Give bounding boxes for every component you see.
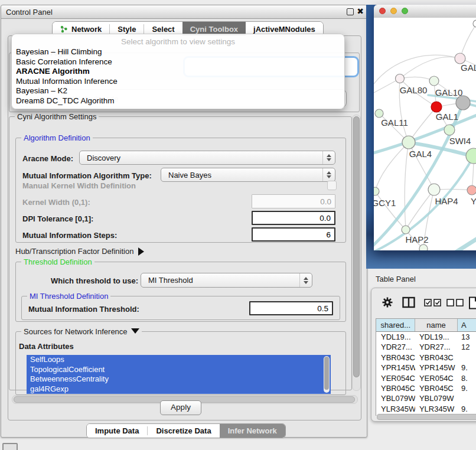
network-edge-highlighted[interactable]	[444, 220, 476, 250]
network-edge[interactable]	[405, 142, 409, 230]
table-cell[interactable]	[458, 393, 476, 403]
table-cell[interactable]: YDL19...	[376, 332, 415, 342]
network-edge[interactable]	[400, 77, 434, 81]
collapse-down-icon[interactable]	[131, 328, 139, 334]
close-traffic-light-icon[interactable]	[379, 8, 386, 14]
kernel-width-field[interactable]	[252, 194, 335, 208]
dropdown-item[interactable]: Basic Correlation Inference	[15, 57, 341, 67]
attribute-item[interactable]: SelfLoops	[27, 355, 331, 365]
network-node[interactable]	[419, 244, 428, 250]
gear-icon[interactable]	[382, 296, 393, 308]
table-cell[interactable]: YER054C	[376, 373, 415, 383]
dropdown-item[interactable]: Bayesian – Hill Climbing	[15, 47, 341, 57]
table-cell[interactable]: YBL079W	[415, 393, 458, 403]
table-cell[interactable]: 13	[458, 332, 476, 342]
attribute-item[interactable]: TopologicalCoefficient	[27, 365, 331, 375]
hub-definition-expander[interactable]: Hub/Transcription Factor Definition	[15, 247, 144, 256]
network-node[interactable]	[402, 226, 410, 234]
table-cell[interactable]: 8.	[458, 373, 476, 383]
network-edge[interactable]	[374, 55, 460, 89]
table-cell[interactable]: YDL19...	[415, 332, 458, 342]
tab-discretize-data[interactable]: Discretize Data	[148, 424, 219, 438]
file-icon[interactable]	[468, 296, 476, 309]
table-cell[interactable]: 9.	[458, 404, 476, 414]
dropdown-item[interactable]: Mutual Information Inference	[15, 77, 341, 87]
table-cell[interactable]: 9.	[458, 383, 476, 393]
checked-boxes-icon[interactable]	[424, 299, 442, 306]
dropdown-item[interactable]: Bayesian – K2	[15, 86, 341, 96]
dropdown-item[interactable]: ARACNE Algorithm	[15, 67, 341, 77]
table-cell[interactable]: YDR27...	[376, 342, 415, 352]
apply-button[interactable]: Apply	[160, 400, 201, 415]
tab-infer-network[interactable]: Infer Network	[220, 424, 285, 438]
table-row[interactable]: YER054CYER054C8.	[376, 373, 476, 383]
table-cell[interactable]: YBR043C	[376, 353, 415, 363]
table-cell[interactable]: YBL079W	[376, 393, 415, 403]
attributes-scrollbar[interactable]	[324, 356, 330, 393]
table-cell[interactable]: YLR345W	[376, 404, 415, 414]
scrollbar-thumb[interactable]	[353, 116, 360, 377]
attribute-item[interactable]: gal4RGexp	[27, 384, 331, 394]
table-cell[interactable]: YBR045C	[376, 383, 415, 393]
data-attributes-list[interactable]: SelfLoopsTopologicalCoefficientBetweenne…	[27, 355, 331, 394]
table-cell[interactable]: YPR145W	[376, 363, 415, 373]
network-node[interactable]	[444, 125, 455, 135]
minimize-traffic-light-icon[interactable]	[390, 8, 397, 14]
network-node[interactable]	[374, 187, 379, 195]
table-cell[interactable]: YPR145W	[415, 363, 458, 373]
aracne-mode-combo[interactable]: Discovery	[79, 151, 335, 165]
network-node[interactable]	[428, 184, 440, 195]
table-cell[interactable]: 9.	[458, 363, 476, 373]
network-edge[interactable]	[375, 191, 406, 230]
table-row[interactable]: YBR045CYBR045C9.	[376, 383, 476, 393]
mit-field[interactable]	[249, 301, 333, 315]
tab-impute-data[interactable]: Impute Data	[87, 424, 147, 438]
table-row[interactable]: YLR345WYLR345W9.	[376, 404, 476, 414]
table-cell[interactable]: YLR345W	[415, 404, 458, 414]
table-row[interactable]: YDR27...YDR27...12	[376, 342, 476, 352]
table-cell[interactable]: YDR27...	[415, 342, 458, 352]
table-cell[interactable]	[458, 353, 476, 363]
table-row[interactable]: YBL079WYBL079W	[376, 393, 476, 403]
dropdown-item[interactable]: Dream8 DC_TDC Algorithm	[15, 96, 341, 106]
column-header[interactable]: shared...	[376, 319, 415, 331]
network-canvas[interactable]: GAL80GAL10GAL1GAL11GAL4SWI4GCY1HAP4HAP2G…	[374, 18, 476, 250]
mi-steps-field[interactable]	[252, 227, 335, 242]
dpi-tolerance-field[interactable]	[252, 211, 335, 225]
network-edge[interactable]	[400, 57, 460, 79]
control-panel-titlebar[interactable]: Control Panel ✖	[1, 5, 367, 19]
column-header[interactable]: name	[415, 319, 458, 331]
table-cell[interactable]: YER054C	[415, 373, 458, 383]
network-node[interactable]	[456, 96, 470, 110]
split-columns-icon[interactable]	[402, 296, 415, 308]
manual-kernel-checkbox[interactable]	[327, 181, 337, 190]
network-node[interactable]	[431, 102, 442, 112]
scrollbar-thumb[interactable]	[377, 414, 476, 420]
network-node[interactable]	[375, 109, 383, 118]
scrollbar-thumb[interactable]	[324, 357, 329, 390]
network-graph[interactable]: GAL80GAL10GAL1GAL11GAL4SWI4GCY1HAP4HAP2G…	[374, 18, 476, 250]
table-cell[interactable]: YBR045C	[415, 383, 458, 393]
close-icon[interactable]: ✖	[357, 6, 364, 16]
column-header[interactable]: A	[458, 319, 476, 331]
table-cell[interactable]: 12	[458, 342, 476, 352]
which-threshold-combo[interactable]: MI Threshold	[141, 273, 312, 288]
network-edge[interactable]	[460, 24, 476, 58]
network-window-titlebar[interactable]	[374, 5, 476, 18]
restore-panel-button[interactable]	[2, 443, 18, 450]
float-window-icon[interactable]	[347, 8, 354, 15]
mi-type-combo[interactable]: Naive Bayes	[161, 168, 335, 182]
table-row[interactable]: YBR043CYBR043C	[376, 353, 476, 363]
attribute-item[interactable]: BetweennessCentrality	[27, 374, 331, 384]
network-node[interactable]	[473, 20, 476, 27]
table-cell[interactable]: YBR043C	[415, 353, 458, 363]
network-node[interactable]	[429, 76, 439, 86]
table-row[interactable]: YPR145WYPR145W9.	[376, 363, 476, 373]
unchecked-boxes-icon[interactable]	[446, 299, 464, 306]
zoom-traffic-light-icon[interactable]	[402, 8, 408, 14]
network-node[interactable]	[466, 148, 476, 164]
settings-vertical-scrollbar[interactable]	[352, 115, 361, 391]
network-node[interactable]	[402, 136, 415, 149]
expand-right-icon[interactable]	[138, 247, 144, 256]
table-horizontal-scrollbar[interactable]	[376, 413, 476, 419]
